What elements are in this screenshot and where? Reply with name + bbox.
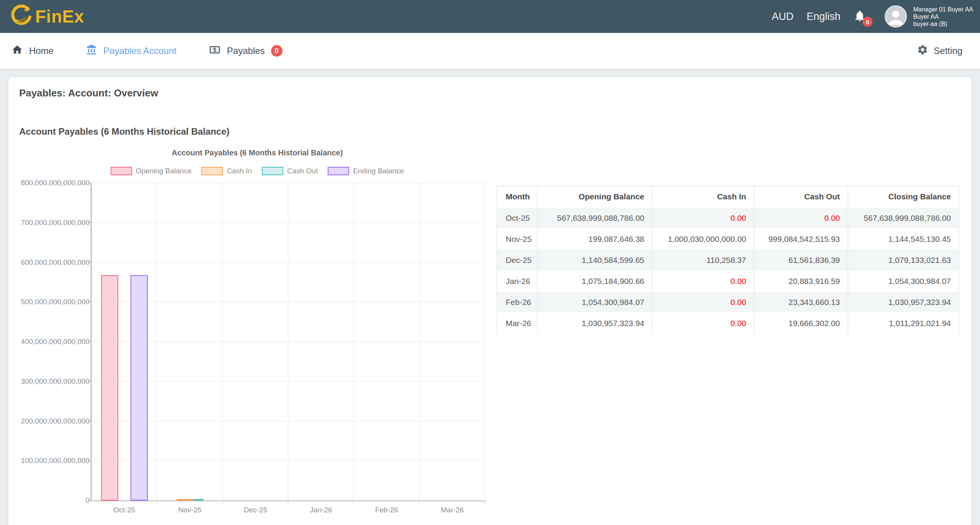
- nav-item-payables[interactable]: $ Payables 0: [209, 44, 283, 58]
- x-tick-label: Mar-26: [421, 506, 483, 514]
- table-cell-month: Feb-26: [497, 292, 538, 313]
- table-cell-month: Mar-26: [497, 313, 538, 334]
- content-card: Payables: Account: Overview Account Paya…: [8, 77, 972, 525]
- app-root: FinEx AUD English 0 Man: [0, 0, 980, 525]
- column-header-opening-balance: Opening Balance: [538, 186, 653, 208]
- table-cell-cash_in: 0.00: [653, 271, 755, 292]
- table-cell-month: Oct-25: [497, 208, 538, 229]
- user-info[interactable]: Manager 01 Buyer AA Buyer AA buyer-aa (B…: [913, 6, 973, 28]
- legend-item[interactable]: Ending Balance: [328, 167, 404, 175]
- table-cell-cash_out: 0.00: [755, 208, 848, 229]
- y-tick-label: 300,000,000,000,000: [5, 377, 90, 386]
- logo-text: FinEx: [35, 6, 84, 27]
- gridline: [157, 183, 157, 501]
- table-row: Oct-25567,638,999,088,786.000.000.00567,…: [497, 208, 959, 229]
- gridline: [91, 262, 485, 262]
- table-cell-closing: 567,638,999,088,786.00: [848, 208, 959, 229]
- logo[interactable]: FinEx: [11, 5, 84, 28]
- table-header-row: MonthOpening BalanceCash InCash OutClosi…: [497, 186, 959, 208]
- legend-swatch: [262, 167, 283, 175]
- x-axis-line: [91, 501, 486, 501]
- table-cell-closing: 1,079,133,021.63: [848, 250, 959, 271]
- table-cell-cash_out: 61,561,836.39: [755, 250, 848, 271]
- page-title: Payables: Account: Overview: [19, 87, 158, 99]
- x-tick-label: Feb-26: [356, 506, 417, 514]
- nav-item-setting[interactable]: Setting: [917, 44, 962, 58]
- gridline: [288, 183, 288, 501]
- gridline: [91, 421, 485, 421]
- x-tick-label: Nov-25: [159, 506, 220, 514]
- home-icon: [11, 44, 23, 58]
- top-bar-right: AUD English 0 Manager 01 Buyer AA: [772, 5, 973, 28]
- column-header-month: Month: [497, 186, 538, 208]
- y-tick-label: 800,000,000,000,000: [5, 179, 90, 187]
- x-tick: [222, 501, 223, 504]
- table-cell-cash_in: 0.00: [653, 292, 755, 313]
- y-tick-label: 200,000,000,000,000: [5, 417, 90, 426]
- nav-item-label: Payables Account: [103, 46, 176, 56]
- legend-label: Cash In: [227, 167, 252, 175]
- user-id: buyer-aa (B): [913, 20, 973, 28]
- table-cell-cash_out: 20,883,916.59: [755, 271, 848, 292]
- table-cell-opening: 199,087,646.38: [538, 229, 653, 250]
- table-cell-opening: 1,140,584,599.65: [538, 250, 653, 271]
- table-cell-month: Dec-25: [497, 250, 538, 271]
- nav-item-home[interactable]: Home: [11, 44, 54, 58]
- table-cell-closing: 1,054,300,984.07: [848, 271, 959, 292]
- column-header-cash-in: Cash In: [653, 186, 755, 208]
- table-cell-opening: 1,030,957,323.94: [538, 313, 653, 334]
- nav-item-label: Payables: [227, 46, 265, 56]
- currency-selector[interactable]: AUD: [772, 11, 794, 23]
- bank-icon: [86, 44, 97, 58]
- language-selector[interactable]: English: [807, 11, 841, 23]
- gridline: [222, 183, 223, 501]
- y-tick-label: 700,000,000,000,000: [5, 218, 90, 227]
- balance-chart: Account Payables (6 Months Historial Bal…: [8, 145, 502, 525]
- x-tick-label: Dec-25: [225, 506, 286, 514]
- table-row: Feb-261,054,300,984.070.0023,343,660.131…: [497, 292, 959, 313]
- legend-item[interactable]: Cash In: [201, 167, 252, 175]
- gridline: [353, 183, 354, 501]
- legend-swatch: [201, 167, 223, 175]
- table-cell-opening: 567,638,999,088,786.00: [538, 208, 653, 229]
- column-header-cash-out: Cash Out: [755, 186, 848, 208]
- y-tick-label: 600,000,000,000,000: [5, 258, 90, 267]
- table-row: Jan-261,075,184,900.660.0020,883,916.591…: [497, 271, 959, 292]
- avatar[interactable]: [885, 5, 907, 28]
- svg-text:$: $: [213, 46, 217, 53]
- table-cell-opening: 1,054,300,984.07: [538, 292, 653, 313]
- gridline: [91, 183, 485, 183]
- nav-item-label: Home: [29, 46, 54, 56]
- x-tick: [419, 501, 420, 504]
- legend-item[interactable]: Cash Out: [262, 167, 318, 175]
- payables-count-badge: 0: [271, 45, 283, 57]
- x-tick: [353, 501, 354, 504]
- legend-label: Cash Out: [287, 167, 318, 175]
- gridline: [91, 341, 485, 342]
- gridline: [91, 460, 485, 461]
- y-tick-label: 500,000,000,000,000: [5, 298, 90, 306]
- table-cell-month: Nov-25: [497, 229, 538, 250]
- user-name: Manager 01 Buyer AA: [913, 6, 973, 13]
- gridline: [91, 222, 485, 223]
- legend-item[interactable]: Opening Balance: [111, 167, 192, 175]
- gridline: [91, 302, 485, 302]
- x-tick: [288, 501, 288, 504]
- x-tick-label: Oct-25: [94, 506, 155, 514]
- table-cell-cash_out: 999,084,542,515.93: [755, 229, 848, 250]
- gridline: [91, 381, 485, 382]
- table-row: Nov-25199,087,646.381,000,030,000,000.00…: [497, 229, 959, 250]
- balance-table: MonthOpening BalanceCash InCash OutClosi…: [497, 186, 959, 334]
- logo-bird-icon: [11, 5, 33, 28]
- x-tick: [157, 501, 157, 504]
- nav-item-payables-account[interactable]: Payables Account: [86, 44, 176, 58]
- section-title: Account Payables (6 Months Historical Ba…: [19, 126, 229, 137]
- table-cell-cash_in: 0.00: [653, 313, 755, 334]
- legend-label: Ending Balance: [353, 167, 404, 175]
- legend-label: Opening Balance: [136, 167, 192, 175]
- y-tick-label: 0: [5, 496, 90, 505]
- table-cell-cash_in: 0.00: [653, 208, 755, 229]
- gridline: [485, 183, 485, 501]
- table-cell-closing: 1,030,957,323.94: [848, 292, 959, 313]
- notifications-button[interactable]: 0: [853, 9, 866, 24]
